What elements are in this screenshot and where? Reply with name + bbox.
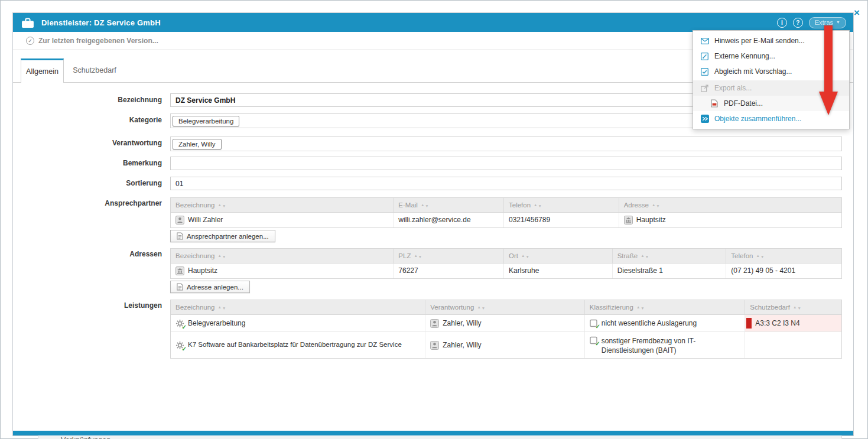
- column-header-schutzbedarf[interactable]: Schutzbedarf ▲▼: [745, 300, 841, 314]
- cell-telefon: (07 21) 49 05 - 4201: [726, 264, 841, 278]
- cell-bezeichnung: ✓ K7 Software auf Bankarbeitsplatz für D…: [171, 332, 425, 358]
- column-header-strasse[interactable]: Straße ▲▼: [613, 249, 727, 263]
- tab-allgemein[interactable]: Allgemein: [21, 58, 64, 83]
- cell-text: willi.zahler@service.de: [398, 215, 470, 225]
- cell-strasse: Dieselstraße 1: [613, 264, 727, 278]
- ansprechpartner-table-head: Bezeichnung ▲▼ E-Mail ▲▼ Telefon ▲▼ Adre…: [171, 198, 841, 213]
- sort-icon: ▲▼: [421, 203, 430, 207]
- cell-plz: 76227: [394, 264, 504, 278]
- column-header-bezeichnung[interactable]: Bezeichnung ▲▼: [171, 198, 394, 212]
- leistung-row[interactable]: ✓ K7 Software auf Bankarbeitsplatz für D…: [171, 332, 841, 358]
- cell-text: nicht wesentliche Auslagerung: [602, 318, 697, 328]
- column-header-label: Telefon: [509, 201, 531, 209]
- leistungen-table-head: Bezeichnung ▲▼ Verantwortung ▲▼ Klassifi…: [171, 300, 841, 315]
- section-title: Verknüpfungen: [61, 436, 110, 439]
- pdf-icon: [710, 99, 719, 108]
- check-badge-icon: ✓: [595, 340, 600, 347]
- bemerkung-input[interactable]: [170, 157, 842, 170]
- sort-icon: ▲▼: [534, 203, 542, 207]
- ansprechpartner-row[interactable]: Willi Zahler willi.zahler@service.de 032…: [171, 213, 841, 227]
- column-header-adresse[interactable]: Adresse ▲▼: [619, 198, 841, 212]
- cell-verantwortung: Zahler, Willy: [425, 315, 585, 331]
- cell-text: Willi Zahler: [188, 215, 223, 225]
- titlebar: Dienstleister: DZ Service GmbH i ? Extra…: [13, 13, 853, 32]
- menu-item-label: PDF-Datei...: [724, 99, 763, 108]
- cell-text: Hauptsitz: [188, 266, 217, 275]
- service-gear-icon: ✓: [175, 341, 184, 350]
- help-icon[interactable]: ?: [793, 18, 803, 28]
- adressen-table: Bezeichnung ▲▼ PLZ ▲▼ Ort ▲▼ Straße ▲▼: [170, 248, 842, 279]
- ansprechpartner-anlegen-button[interactable]: Ansprechpartner anlegen...: [170, 230, 275, 242]
- column-header-bezeichnung[interactable]: Bezeichnung ▲▼: [171, 300, 425, 314]
- check-badge-icon: ✓: [182, 324, 187, 330]
- person-icon: [430, 319, 439, 328]
- klassifizierung-icon: ✓: [590, 319, 598, 327]
- schutzbedarf-marker: [746, 318, 752, 329]
- verantwortung-chip[interactable]: Zahler, Willy: [173, 139, 222, 149]
- cell-schutzbedarf: [745, 332, 841, 358]
- adresse-row[interactable]: Hauptsitz 76227 Karlsruhe Dieselstraße 1…: [171, 264, 841, 278]
- tab-schutzbedarf[interactable]: Schutzbedarf: [64, 58, 125, 82]
- check-badge-icon: ✓: [182, 346, 187, 352]
- adresse-anlegen-button[interactable]: Adresse anlegen...: [170, 281, 250, 293]
- sortierung-input[interactable]: [170, 177, 842, 190]
- cell-text: Hauptsitz: [636, 215, 666, 225]
- column-header-verantwortung[interactable]: Verantwortung ▲▼: [425, 300, 585, 314]
- cell-text: (07 21) 49 05 - 4201: [731, 266, 795, 275]
- cell-email: willi.zahler@service.de: [394, 213, 504, 227]
- column-header-label: Adresse: [624, 201, 649, 209]
- sort-icon: ▲▼: [218, 254, 227, 258]
- window-bottom-bar: [13, 431, 853, 435]
- column-header-label: E-Mail: [398, 201, 418, 209]
- check-circle-icon: ✓: [26, 37, 34, 45]
- person-icon: [175, 216, 184, 225]
- cell-ort: Karlsruhe: [504, 264, 613, 278]
- column-header-label: Bezeichnung: [175, 201, 215, 209]
- extras-button-label: Extras: [815, 19, 833, 26]
- column-header-klassifizierung[interactable]: Klassifizierung ▲▼: [585, 300, 746, 314]
- cell-text: K7 Software auf Bankarbeitsplatz für Dat…: [188, 340, 402, 350]
- version-link[interactable]: Zur letzten freigegebenen Version...: [38, 37, 158, 45]
- column-header-label: Ort: [509, 252, 518, 259]
- leistung-row[interactable]: ✓ Belegverarbeitung Zahler, Willy ✓: [171, 315, 841, 332]
- sort-icon: ▲▼: [521, 254, 530, 258]
- new-document-icon: [177, 232, 183, 240]
- cell-text: Zahler, Willy: [443, 340, 481, 350]
- verantwortung-label: Verantwortung: [38, 139, 162, 147]
- column-header-label: Klassifizierung: [590, 304, 633, 311]
- sort-icon: ▲▼: [477, 305, 486, 310]
- column-header-bezeichnung[interactable]: Bezeichnung ▲▼: [171, 249, 394, 263]
- chevron-down-icon: ▼: [836, 20, 840, 24]
- info-icon[interactable]: i: [777, 18, 787, 28]
- sort-icon: ▲▼: [793, 305, 802, 310]
- service-gear-icon: ✓: [175, 319, 184, 328]
- leistungen-table: Bezeichnung ▲▼ Verantwortung ▲▼ Klassifi…: [170, 300, 842, 359]
- menu-item-label: Hinweis per E-Mail senden...: [714, 37, 805, 45]
- sortierung-label: Sortierung: [38, 179, 162, 187]
- close-icon[interactable]: ×: [854, 8, 860, 18]
- annotation-arrow: [817, 25, 840, 117]
- menu-item-label: Externe Kennung...: [714, 52, 775, 60]
- sort-icon: ▲▼: [636, 305, 645, 310]
- column-header-email[interactable]: E-Mail ▲▼: [394, 198, 504, 212]
- column-header-plz[interactable]: PLZ ▲▼: [394, 249, 504, 263]
- column-header-ort[interactable]: Ort ▲▼: [504, 249, 613, 263]
- building-icon: [624, 216, 633, 225]
- column-header-telefon[interactable]: Telefon ▲▼: [504, 198, 619, 212]
- button-label: Ansprechpartner anlegen...: [187, 233, 269, 240]
- cell-bezeichnung: ✓ Belegverarbeitung: [171, 315, 425, 331]
- cell-klassifizierung: ✓ nicht wesentliche Auslagerung: [585, 315, 746, 331]
- window-title: Dienstleister: DZ Service GmbH: [41, 18, 161, 27]
- tab-content: Bezeichnung Kategorie Belegverarbeitung …: [13, 82, 853, 431]
- cell-text: 0321/456789: [509, 215, 550, 225]
- sort-icon: ▲▼: [414, 254, 422, 258]
- sort-icon: ▲▼: [756, 254, 765, 258]
- column-header-label: Bezeichnung: [175, 304, 215, 311]
- kategorie-chip[interactable]: Belegverarbeitung: [173, 116, 239, 126]
- cell-text: Dieselstraße 1: [617, 266, 663, 275]
- column-header-label: Bezeichnung: [175, 252, 215, 259]
- column-header-label: Telefon: [731, 252, 753, 259]
- cell-text: sonstiger Fremdbezug von IT-Dienstleistu…: [602, 336, 740, 355]
- column-header-label: Verantwortung: [430, 304, 474, 311]
- column-header-telefon[interactable]: Telefon ▲▼: [726, 249, 841, 263]
